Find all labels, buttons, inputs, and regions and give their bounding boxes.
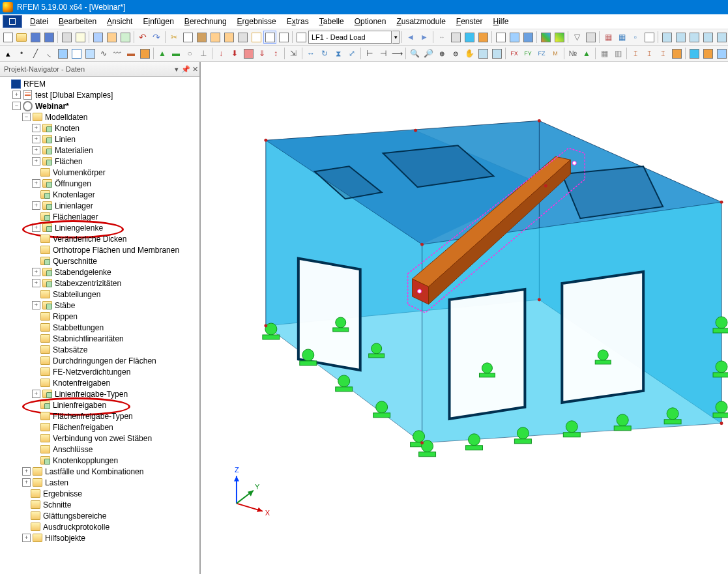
view-persp-button[interactable] xyxy=(490,47,503,60)
tree-item-knotenlager[interactable]: Knotenlager xyxy=(1,189,199,200)
show-num-button[interactable]: № xyxy=(566,47,579,60)
tree-lasten[interactable]: +Lasten xyxy=(1,477,199,488)
expander-icon[interactable]: + xyxy=(32,390,40,398)
tree-item-knoten[interactable]: +Knoten xyxy=(1,122,199,134)
side-button[interactable] xyxy=(701,31,714,44)
menu-extras[interactable]: Extras xyxy=(282,17,314,26)
ecc-button[interactable]: ⊥ xyxy=(197,47,210,60)
tree-item-verbindung-von-zwei-st-ben[interactable]: Verbindung von zwei Stäben xyxy=(1,433,199,444)
tree-item--ffnungen[interactable]: +Öffnungen xyxy=(1,178,199,189)
load-surface-button[interactable] xyxy=(242,47,255,60)
expander-icon[interactable]: + xyxy=(32,157,40,165)
grid-button[interactable] xyxy=(449,31,462,44)
mirror-button[interactable]: ⧗ xyxy=(332,47,345,60)
dim-button[interactable]: ↔ xyxy=(435,31,448,44)
cut-button[interactable]: ✂ xyxy=(167,31,181,44)
support-node-button[interactable]: ▲ xyxy=(156,47,169,60)
extend-button[interactable]: ⟶ xyxy=(390,47,403,60)
solid2-button[interactable] xyxy=(83,47,96,60)
tree-item-linienfreigabe-typen[interactable]: +Linienfreigabe-Typen xyxy=(1,388,199,399)
pin-icon[interactable]: ▾ xyxy=(172,65,181,74)
expander-icon[interactable]: + xyxy=(32,135,40,143)
view-iso-button[interactable] xyxy=(476,47,489,60)
save-button[interactable] xyxy=(29,31,42,44)
tree-item-materialien[interactable]: +Materialien xyxy=(1,145,199,156)
tree-item-anschl-sse[interactable]: Anschlüsse xyxy=(1,444,199,455)
beam1-button[interactable]: 𝙸 xyxy=(629,47,642,60)
load-line-button[interactable]: ⬇ xyxy=(228,47,241,60)
expander-icon[interactable]: + xyxy=(32,279,40,287)
select-button[interactable]: ▴ xyxy=(1,47,14,60)
tree-project-webinar[interactable]: −Webinar* xyxy=(1,100,199,111)
save-as-button[interactable] xyxy=(42,31,55,44)
menu-zusatzmodule[interactable]: Zusatzmodule xyxy=(391,17,450,26)
pin2-icon[interactable]: 📌 xyxy=(181,65,190,74)
snap2-button[interactable]: ▦ xyxy=(615,31,628,44)
tree-schnitte[interactable]: Schnitte xyxy=(1,499,199,510)
viewxy-button[interactable]: M xyxy=(549,47,562,60)
paste-button[interactable] xyxy=(195,31,208,44)
tree-ausdruck[interactable]: Ausdruckprotokolle xyxy=(1,521,199,532)
expander-icon[interactable]: + xyxy=(22,478,31,487)
tree-item-linienlager[interactable]: +Linienlager xyxy=(1,200,199,211)
viewy-button[interactable]: FY xyxy=(521,47,534,60)
move-button[interactable]: ↔ xyxy=(304,47,317,60)
options-button[interactable] xyxy=(236,31,249,44)
nav-button[interactable] xyxy=(277,31,290,44)
nurbs-button[interactable]: 〰 xyxy=(111,47,124,60)
new-button[interactable] xyxy=(1,31,14,44)
copy-button[interactable] xyxy=(74,31,87,44)
menu-berechnung[interactable]: Berechnung xyxy=(179,17,232,26)
expander-icon[interactable]: − xyxy=(12,102,21,110)
color-button[interactable] xyxy=(539,31,552,44)
tree-item-fl-chenlager[interactable]: Flächenlager xyxy=(1,211,199,222)
colour2-button[interactable] xyxy=(701,47,714,60)
calc-button[interactable] xyxy=(209,31,222,44)
expander-icon[interactable]: + xyxy=(12,91,21,99)
rib-button[interactable] xyxy=(138,47,151,60)
system-menu-button[interactable] xyxy=(3,15,22,28)
snap1-button[interactable]: ▦ xyxy=(602,31,615,44)
tree-item-st-be[interactable]: +Stäbe xyxy=(1,300,199,311)
tree-ergebnisse[interactable]: Ergebnisse xyxy=(1,488,199,499)
expander-icon[interactable]: + xyxy=(32,179,40,188)
tree-item-fl-chen[interactable]: +Flächen xyxy=(1,156,199,167)
menu-bearbeiten[interactable]: Bearbeiten xyxy=(53,17,102,26)
mesh-button[interactable]: ▦ xyxy=(598,47,611,60)
menu-optionen[interactable]: Optionen xyxy=(349,17,392,26)
arc-button[interactable]: ◟ xyxy=(42,47,55,60)
render-button[interactable] xyxy=(521,31,534,44)
expander-icon[interactable]: + xyxy=(32,124,40,132)
colour3-button[interactable] xyxy=(715,47,728,60)
expander-icon[interactable]: + xyxy=(22,467,31,476)
expander-icon[interactable]: + xyxy=(32,146,40,154)
tree-item-stabnichtlinearit-ten[interactable]: Stabnichtlinearitäten xyxy=(1,333,199,344)
iso-button[interactable] xyxy=(660,31,673,44)
redo-button[interactable]: ↷ xyxy=(150,31,163,44)
tree-item-knotenkopplungen[interactable]: Knotenkopplungen xyxy=(1,455,199,466)
loadcase-dropdown[interactable]: ▼ xyxy=(392,31,400,44)
members-button[interactable] xyxy=(476,31,489,44)
colour1-button[interactable] xyxy=(688,47,701,60)
opening-button[interactable] xyxy=(70,47,83,60)
layer-button[interactable] xyxy=(584,31,597,44)
divide-button[interactable]: ⊢ xyxy=(363,47,376,60)
menu-einfuegen[interactable]: Einfügen xyxy=(138,17,179,26)
curve-button[interactable]: ∿ xyxy=(97,47,110,60)
tree-item-fe-netzverdichtungen[interactable]: FE-Netzverdichtungen xyxy=(1,366,199,377)
color2-button[interactable] xyxy=(553,31,566,44)
tree-item-fl-chenfreigabe-typen[interactable]: Flächenfreigabe-Typen xyxy=(1,410,199,422)
expander-icon[interactable]: + xyxy=(32,223,40,232)
tree-project-test[interactable]: +test [Dlubal Examples] xyxy=(1,89,199,100)
model-data-button[interactable] xyxy=(91,31,104,44)
surface-button[interactable] xyxy=(56,47,69,60)
pan-button[interactable]: ✋ xyxy=(463,47,476,60)
tree-item-stabendgelenke[interactable]: +Stabendgelenke xyxy=(1,266,199,278)
expander-icon[interactable]: + xyxy=(32,301,40,309)
tree-item-linienfreigaben[interactable]: Linienfreigaben xyxy=(1,399,199,410)
expander-icon[interactable]: + xyxy=(32,201,40,210)
node-button[interactable]: • xyxy=(15,47,28,60)
navigator-tree[interactable]: RFEM+test [Dlubal Examples]−Webinar*−Mod… xyxy=(0,77,199,574)
print-button[interactable] xyxy=(60,31,73,44)
calc2-button[interactable] xyxy=(222,31,235,44)
